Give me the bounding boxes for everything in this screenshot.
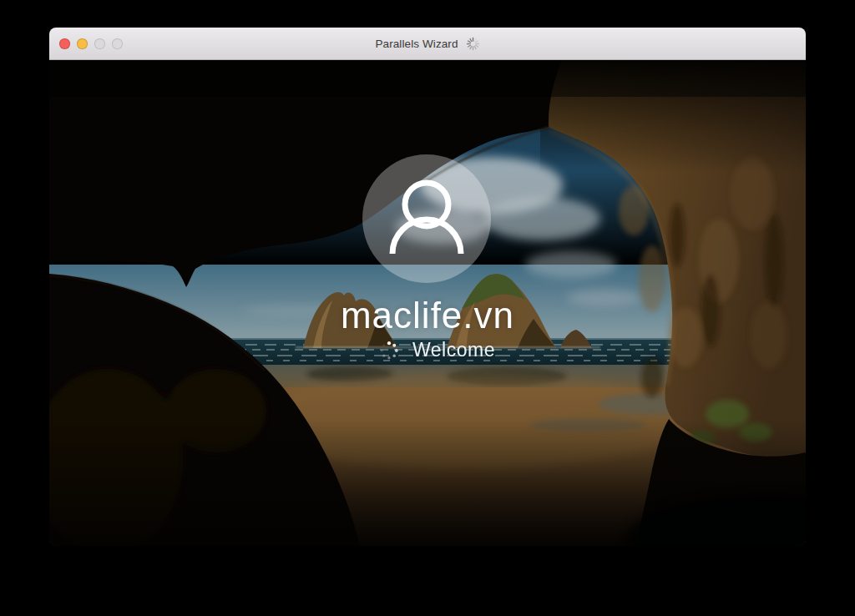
username-label: maclife.vn xyxy=(49,295,806,336)
window-titlebar[interactable]: Parallels Wizard xyxy=(49,28,806,60)
window-title: Parallels Wizard xyxy=(375,38,458,50)
welcome-label: Welcome xyxy=(412,339,495,361)
person-icon xyxy=(362,154,491,283)
close-button[interactable] xyxy=(59,38,70,49)
busy-spinner-icon xyxy=(466,37,480,51)
loading-dots-spinner-icon xyxy=(380,341,398,360)
parallels-wizard-window: Parallels Wizard xyxy=(49,28,806,546)
welcome-status: Welcome xyxy=(59,339,806,361)
zoom-button-disabled xyxy=(94,38,105,49)
guest-os-display: maclife.vn Welcome xyxy=(49,60,806,546)
traffic-light-buttons xyxy=(59,28,123,60)
user-avatar xyxy=(362,154,491,283)
minimize-button[interactable] xyxy=(77,38,88,49)
fullscreen-button-disabled xyxy=(112,38,123,49)
